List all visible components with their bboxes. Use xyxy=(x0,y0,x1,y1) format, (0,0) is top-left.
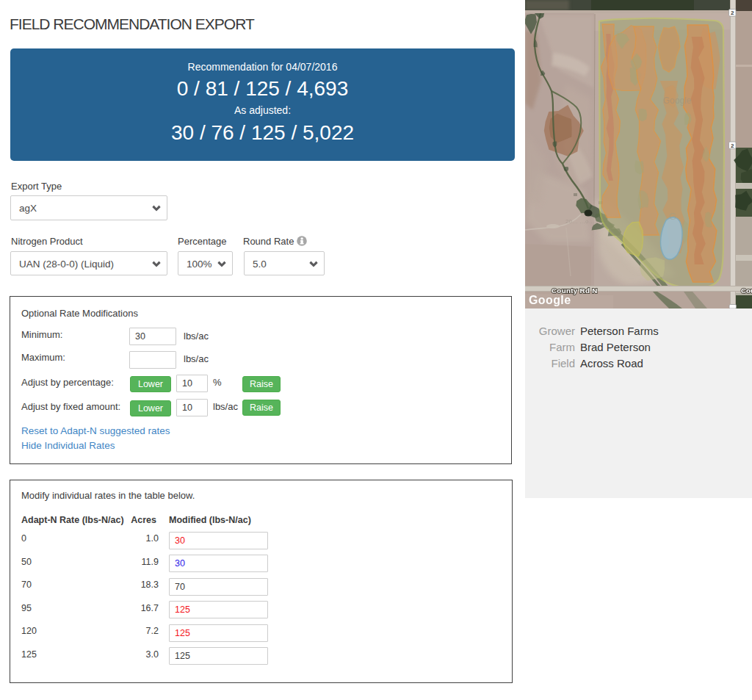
svg-text:Cou: Cou xyxy=(741,286,752,295)
svg-text:G: G xyxy=(669,211,676,222)
svg-text:Google: Google xyxy=(663,95,692,106)
svg-text:2: 2 xyxy=(731,142,734,149)
svg-text:2: 2 xyxy=(731,10,734,16)
svg-text:County Rd N: County Rd N xyxy=(552,286,598,295)
svg-text:20… …o……: 20… …o…… xyxy=(565,218,601,225)
svg-text:Google: Google xyxy=(529,294,571,306)
